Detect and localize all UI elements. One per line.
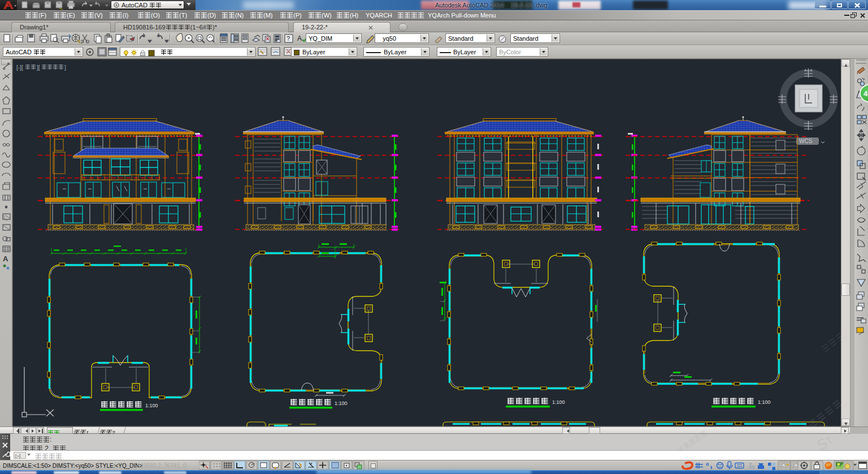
svg-text:A: A (3, 255, 8, 263)
svg-text:1:100: 1:100 (552, 399, 565, 405)
svg-text:?: ? (287, 35, 290, 42)
svg-text:1:100: 1:100 (335, 400, 348, 406)
svg-text:WCS: WCS (799, 138, 813, 144)
svg-text:1:100: 1:100 (758, 399, 771, 405)
svg-text:1:100: 1:100 (145, 403, 158, 408)
svg-text:A: A (297, 35, 302, 42)
svg-text:][: ][ (37, 64, 40, 71)
svg-text:]: ] (64, 64, 66, 71)
svg-text:[-][: [-][ (16, 64, 23, 71)
